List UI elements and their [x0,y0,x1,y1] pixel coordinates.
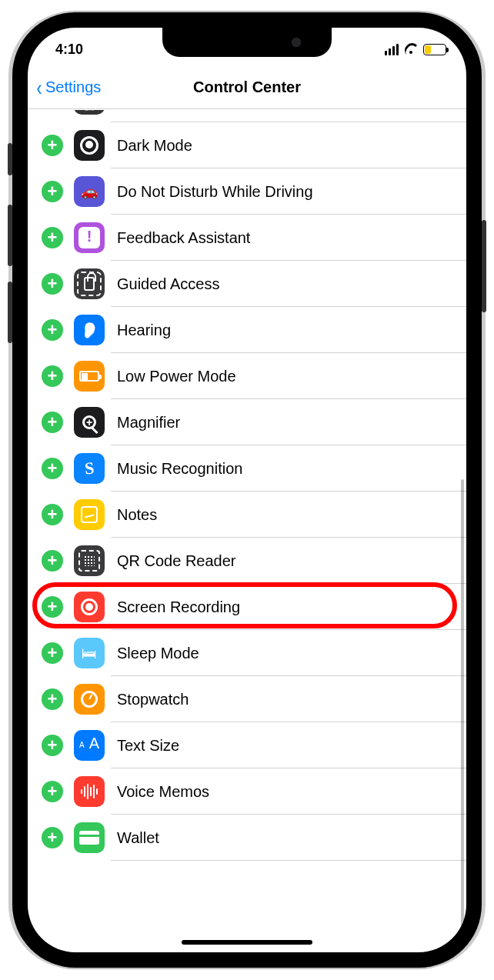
wallet-icon [74,822,105,853]
add-button[interactable]: + [42,412,63,433]
lowpower-icon [74,361,105,392]
control-label: Guided Access [117,275,219,293]
add-button[interactable]: + [42,735,63,756]
add-button[interactable]: + [42,596,63,618]
control-row-stopwatch[interactable]: +Stopwatch [28,676,466,722]
control-row-wallet[interactable]: +Wallet [28,815,466,861]
darkmode-icon [74,130,105,161]
add-button[interactable]: + [42,365,63,387]
cellular-icon [385,44,399,55]
control-row-darkmode[interactable]: +Dark Mode [28,122,466,168]
control-label: Hearing [117,322,171,339]
add-button[interactable]: + [42,504,63,525]
musicrec-icon [74,453,105,484]
control-row-sleep[interactable]: +Sleep Mode [28,630,466,676]
control-label: Feedback Assistant [117,229,250,247]
control-label: QR Code Reader [117,552,236,570]
chevron-left-icon: ‹ [37,76,42,99]
feedback-icon [74,222,105,253]
status-time: 4:10 [55,42,83,58]
device-frame: 4:10 ‹ Settings Control Center +Apple TV… [12,12,482,968]
add-button[interactable]: + [42,181,63,202]
add-button[interactable]: + [42,550,63,572]
scroll-indicator [461,479,464,952]
power-button [482,220,486,312]
notes-icon [74,499,105,530]
add-button[interactable]: + [42,319,63,341]
control-row-voicememo[interactable]: +Voice Memos [28,768,466,815]
control-label: Voice Memos [117,783,209,801]
screen: 4:10 ‹ Settings Control Center +Apple TV… [28,28,466,952]
add-button[interactable]: + [42,135,63,156]
add-button[interactable]: + [42,273,63,295]
control-label: Screen Recording [117,598,240,616]
control-label: Text Size [117,737,179,755]
hearing-icon [74,315,105,345]
control-label: Dark Mode [117,137,192,155]
guided-icon [74,268,105,299]
add-button[interactable]: + [42,781,63,802]
back-button[interactable]: ‹ Settings [35,76,101,99]
add-button[interactable]: + [42,688,63,710]
battery-icon [423,44,446,55]
camera-icon [292,38,301,47]
stopwatch-icon [74,684,105,715]
add-button[interactable]: + [42,227,63,248]
sleep-icon [74,638,105,668]
control-row-musicrec[interactable]: +Music Recognition [28,445,466,492]
control-row-textsize[interactable]: +Text Size [28,722,466,768]
volume-up-button [8,205,12,266]
control-row-qr[interactable]: +QR Code Reader [28,538,466,584]
dnd-drive-icon [74,176,105,207]
add-button[interactable]: + [42,827,63,848]
control-label: Notes [117,506,157,524]
control-label: Magnifier [117,414,180,432]
control-label: Stopwatch [117,691,189,708]
mute-switch [8,143,12,175]
control-row-notes[interactable]: +Notes [28,492,466,538]
status-right [385,42,447,57]
control-row-dnd-drive[interactable]: +Do Not Disturb While Driving [28,168,466,215]
textsize-icon [74,730,105,761]
control-row-magnifier[interactable]: +Magnifier [28,399,466,445]
control-row-guided[interactable]: +Guided Access [28,261,466,307]
appletv-icon [74,110,105,115]
screenrec-icon [74,592,105,622]
control-row-lowpower[interactable]: +Low Power Mode [28,353,466,399]
add-button[interactable]: + [42,458,63,479]
control-label: Sleep Mode [117,645,199,662]
control-row-hearing[interactable]: +Hearing [28,307,466,353]
home-indicator[interactable] [182,940,312,945]
control-label: Wallet [117,829,159,847]
magnifier-icon [74,407,105,438]
qr-icon [74,545,105,576]
back-label: Settings [45,78,101,96]
control-label: Do Not Disturb While Driving [117,183,313,201]
volume-down-button [8,282,12,343]
add-button[interactable]: + [42,642,63,664]
control-row-appletv[interactable]: +Apple TV Remote [28,110,466,122]
control-label: Music Recognition [117,460,242,478]
control-row-screenrec[interactable]: +Screen Recording [28,584,466,630]
nav-header: ‹ Settings Control Center [28,66,466,109]
page-title: Control Center [193,78,301,96]
controls-list[interactable]: +Apple TV Remote+Dark Mode+Do Not Distur… [28,110,466,952]
control-row-feedback[interactable]: +Feedback Assistant [28,215,466,261]
control-label: Low Power Mode [117,368,236,385]
wifi-icon [403,42,419,57]
notch [162,28,332,57]
voicememo-icon [74,776,105,807]
